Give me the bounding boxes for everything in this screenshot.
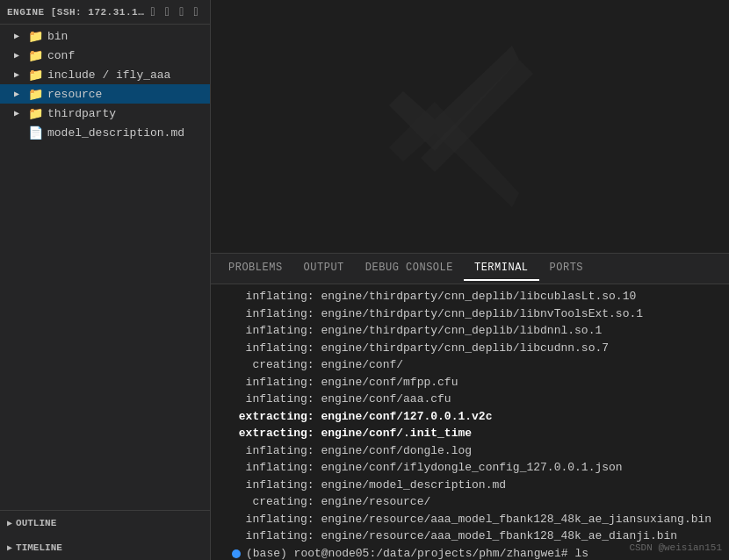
main-area: PROBLEMS OUTPUT DEBUG CONSOLE TERMINAL P… <box>211 0 729 560</box>
arrow-icon: ▶ <box>14 108 25 118</box>
outline-title[interactable]: ▶ OUTLINE <box>0 514 210 532</box>
panel-tabs: PROBLEMS OUTPUT DEBUG CONSOLE TERMINAL P… <box>211 254 729 284</box>
sidebar: ENGINE [SSH: 172.31.16...     ▶ 📁 bi… <box>0 0 211 560</box>
collapse-all-icon[interactable]:  <box>192 4 203 21</box>
timeline-title[interactable]: ▶ TIMELINE <box>0 539 210 556</box>
term-line: creating: engine/conf/ <box>232 356 722 374</box>
outline-section: ▶ OUTLINE <box>0 511 210 535</box>
sidebar-header: ENGINE [SSH: 172.31.16...     <box>0 0 210 25</box>
tree-item-label: bin <box>47 30 68 43</box>
term-line: inflating: engine/conf/mfpp.cfu <box>232 374 722 391</box>
arrow-icon: ▶ <box>14 69 25 80</box>
term-line: inflating: engine/thirdparty/cnn_deplib/… <box>232 288 722 305</box>
tab-debug-console[interactable]: DEBUG CONSOLE <box>355 256 464 281</box>
tab-terminal[interactable]: TERMINAL <box>464 256 539 281</box>
arrow-icon: ▶ <box>14 50 25 61</box>
tree-item-include[interactable]: ▶ 📁 include / ifly_aaa <box>0 65 210 84</box>
refresh-icon[interactable]:  <box>177 4 188 21</box>
csdn-badge: CSDN @weisian151 <box>629 542 722 553</box>
sidebar-title: ENGINE [SSH: 172.31.16... <box>7 7 148 18</box>
tree-item-resource[interactable]: ▶ 📁 resource <box>0 84 210 104</box>
new-file-icon[interactable]:  <box>148 4 159 21</box>
sidebar-icons:     <box>148 4 203 21</box>
prompt-bullet <box>232 549 241 558</box>
vscode-watermark <box>211 0 729 253</box>
tree-item-conf[interactable]: ▶ 📁 conf <box>0 46 210 65</box>
file-tree: ▶ 📁 bin ▶ 📁 conf ▶ 📁 include / ifly_aaa … <box>0 25 210 510</box>
arrow-icon: ▶ <box>14 89 25 99</box>
term-line: inflating: engine/model_description.md <box>232 477 722 494</box>
folder-icon: 📁 <box>28 29 43 44</box>
term-line: creating: engine/resource/ <box>232 493 722 511</box>
tree-item-label: include / ifly_aaa <box>47 68 170 82</box>
prompt-text: (base) root@node05:/data/projects/phm/zh… <box>246 545 588 561</box>
timeline-section: ▶ TIMELINE <box>0 535 210 560</box>
terminal-content[interactable]: inflating: engine/thirdparty/cnn_deplib/… <box>211 284 729 560</box>
tab-problems[interactable]: PROBLEMS <box>218 256 293 281</box>
tree-item-model-description[interactable]: ▶ 📄 model_description.md <box>0 123 210 142</box>
panel: PROBLEMS OUTPUT DEBUG CONSOLE TERMINAL P… <box>211 253 729 560</box>
outline-label: OUTLINE <box>16 518 56 528</box>
file-icon: 📄 <box>28 126 43 140</box>
new-folder-icon[interactable]:  <box>163 4 174 21</box>
folder-icon: 📁 <box>28 87 43 102</box>
folder-icon: 📁 <box>28 106 43 121</box>
folder-icon: 📁 <box>28 48 43 63</box>
tree-item-label: model_description.md <box>47 126 184 140</box>
tree-item-thirdparty[interactable]: ▶ 📁 thirdparty <box>0 104 210 123</box>
tree-item-label: resource <box>47 88 102 101</box>
timeline-label: TIMELINE <box>16 542 62 553</box>
tree-item-label: conf <box>47 49 75 62</box>
term-line: inflating: engine/thirdparty/cnn_deplib/… <box>232 305 722 323</box>
term-line: inflating: engine/conf/aaa.cfu <box>232 391 722 408</box>
tree-item-label: thirdparty <box>47 107 116 120</box>
term-line: inflating: engine/resource/aaa_model_fba… <box>232 511 722 528</box>
tree-item-bin[interactable]: ▶ 📁 bin <box>0 26 210 46</box>
term-line: extracting: engine/conf/127.0.0.1.v2c <box>232 408 722 426</box>
folder-icon: 📁 <box>28 68 43 83</box>
tab-ports[interactable]: PORTS <box>539 256 595 281</box>
term-line: inflating: engine/thirdparty/cnn_deplib/… <box>232 340 722 357</box>
term-line: inflating: engine/conf/iflydongle_config… <box>232 459 722 477</box>
term-line: inflating: engine/conf/dongle.log <box>232 442 722 460</box>
sidebar-bottom: ▶ OUTLINE ▶ TIMELINE <box>0 510 210 560</box>
arrow-icon: ▶ <box>7 542 12 553</box>
arrow-icon: ▶ <box>14 31 25 41</box>
term-line: extracting: engine/conf/.init_time <box>232 425 722 442</box>
arrow-icon: ▶ <box>7 518 12 528</box>
term-line: inflating: engine/thirdparty/cnn_deplib/… <box>232 322 722 340</box>
tab-output[interactable]: OUTPUT <box>293 256 355 281</box>
